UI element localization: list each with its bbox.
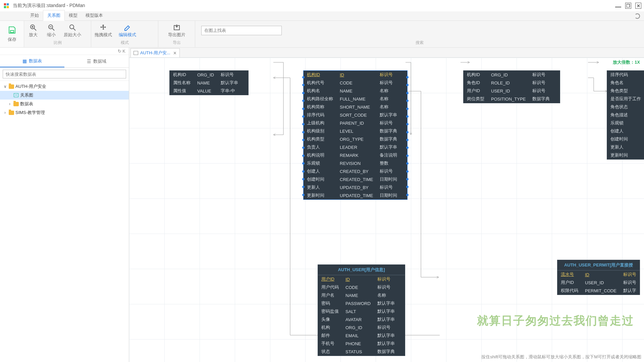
column-row[interactable]: 角色状态: [607, 103, 644, 111]
column-row[interactable]: 流水号ID标识号: [557, 270, 640, 279]
zoom-reset-button[interactable]: 原始大小: [60, 22, 85, 39]
connection-port[interactable]: [406, 115, 409, 118]
save-button[interactable]: 保存: [0, 21, 24, 47]
column-row[interactable]: 排序代码: [607, 71, 644, 79]
column-row[interactable]: 用户IDID标识号: [318, 275, 405, 283]
connection-port[interactable]: [302, 115, 305, 118]
zoom-out-button[interactable]: 缩小: [42, 22, 60, 39]
er-canvas[interactable]: 放大倍数：1X 机构IDORG_ID标识号属性名称NAME默认字串属性值VALU…: [129, 58, 644, 362]
column-row[interactable]: 创建时间: [607, 135, 644, 143]
refresh-icon[interactable]: [635, 13, 640, 19]
sidebar-tab-domain[interactable]: ☰数据域: [64, 55, 129, 67]
column-row[interactable]: 角色描述: [607, 111, 644, 119]
menu-start[interactable]: 开始: [26, 10, 43, 20]
column-row[interactable]: 状态STATUS数据字典: [318, 348, 405, 356]
connection-port[interactable]: [302, 131, 305, 133]
zoom-in-button[interactable]: 放大: [24, 22, 42, 39]
connection-port[interactable]: [406, 92, 409, 94]
entity-pos[interactable]: 机构IDORG_ID标识号角色IDROLE_ID标识号用户IDUSER_ID标识…: [464, 71, 560, 103]
column-row[interactable]: 机构级别LEVEL数据字典: [304, 127, 407, 135]
entity-permit[interactable]: AUTH_USER_PERMIT[用户直接授流水号ID标识号用户IDUSER_I…: [557, 260, 640, 295]
column-row[interactable]: 创建人: [607, 127, 644, 135]
column-row[interactable]: 机构ORG_ID标识号: [318, 323, 405, 331]
connection-port[interactable]: [406, 155, 409, 157]
column-row[interactable]: 机构IDORG_ID标识号: [464, 71, 560, 79]
tab-close-button[interactable]: ✕: [173, 51, 177, 56]
connection-port[interactable]: [302, 170, 305, 173]
window-maximize-button[interactable]: ❐: [625, 3, 631, 9]
column-row[interactable]: 机构代号CODE标识号: [304, 79, 407, 87]
column-row[interactable]: 岗位类型POSITION_TYPE数据字典: [464, 95, 560, 103]
column-row[interactable]: 属性名称NAME默认字串: [170, 79, 248, 87]
column-row[interactable]: 机构说明REMARK备注说明: [304, 151, 407, 159]
connection-port[interactable]: [302, 155, 305, 157]
column-row[interactable]: 用户代码CODE标识号: [318, 283, 405, 291]
column-row[interactable]: 创建时间CREATED_TIME日期时间: [304, 175, 407, 183]
column-row[interactable]: 权限代码PERMIT_CODE默认字: [557, 287, 640, 295]
editor-tab-auth[interactable]: AUTH-用户安...✕: [130, 48, 180, 57]
drag-mode-button[interactable]: 拖拽模式: [91, 22, 115, 39]
column-row[interactable]: 负责人LEADER默认字串: [304, 143, 407, 151]
column-row[interactable]: 机构路径全称FULL_NAME名称: [304, 95, 407, 103]
column-row[interactable]: 密码PASSWORD默认字串: [318, 299, 405, 307]
column-row[interactable]: 手机号PHONE默认字串: [318, 340, 405, 348]
connection-port[interactable]: [406, 131, 409, 133]
connection-port[interactable]: [406, 178, 409, 180]
entity-role[interactable]: 排序代码角色名角色类型是否应用于工作角色状态角色描述乐观锁创建人创建时间更新人更…: [607, 71, 644, 159]
canvas-search-input[interactable]: [201, 26, 282, 35]
column-row[interactable]: 乐观锁: [607, 119, 644, 127]
column-row[interactable]: 更新人: [607, 143, 644, 151]
entity-org[interactable]: 机构IDID标识号机构代号CODE标识号机构名NAME名称机构路径全称FULL_…: [304, 71, 407, 199]
column-row[interactable]: 角色名: [607, 79, 644, 87]
column-row[interactable]: 创建人CREATED_BY标识号: [304, 167, 407, 175]
column-row[interactable]: 机构IDID标识号: [304, 71, 407, 79]
column-row[interactable]: 属性值VALUE字串-中: [170, 87, 248, 95]
column-row[interactable]: 角色类型: [607, 87, 644, 95]
connection-port[interactable]: [302, 92, 305, 94]
column-row[interactable]: 角色IDROLE_ID标识号: [464, 79, 560, 87]
connection-port[interactable]: [302, 108, 305, 110]
connection-port[interactable]: [302, 76, 305, 78]
column-row[interactable]: 更新时间: [607, 151, 644, 159]
column-row[interactable]: 机构简称SHORT_NAME名称: [304, 103, 407, 111]
column-row[interactable]: 机构IDORG_ID标识号: [170, 71, 248, 79]
connection-port[interactable]: [406, 108, 409, 110]
column-row[interactable]: 用户IDUSER_ID标识号: [557, 279, 640, 287]
column-row[interactable]: 密码盐值SALT默认字串: [318, 307, 405, 315]
connection-port[interactable]: [302, 178, 305, 180]
window-close-button[interactable]: ✕: [635, 3, 641, 9]
tree-folder-sims[interactable]: ›SIMS-教学管理: [0, 108, 129, 117]
column-row[interactable]: 用户名NAME名称: [318, 291, 405, 299]
export-image-button[interactable]: 导出图片: [158, 22, 195, 39]
sidebar-tab-tables[interactable]: ▦数据表: [0, 55, 64, 67]
column-row[interactable]: 邮件EMAIL默认字串: [318, 331, 405, 340]
column-row[interactable]: 是否应用于工作: [607, 95, 644, 103]
menu-model[interactable]: 模型: [65, 10, 82, 20]
column-row[interactable]: 乐观锁REVISION整数: [304, 159, 407, 167]
tree-folder-auth[interactable]: ∨AUTH-用户安全: [0, 82, 129, 91]
column-row[interactable]: 机构名NAME名称: [304, 87, 407, 95]
entity-user[interactable]: AUTH_USER[用户信息]用户IDID标识号用户代码CODE标识号用户名NA…: [318, 265, 405, 356]
edit-mode-button[interactable]: 编辑模式: [115, 22, 140, 39]
connection-port[interactable]: [406, 76, 409, 78]
column-row[interactable]: 更新人UPDATED_BY标识号: [304, 183, 407, 191]
sidebar-refresh[interactable]: ↻ K: [0, 48, 129, 55]
menu-diagram[interactable]: 关系图: [43, 10, 65, 21]
column-row[interactable]: 用户IDUSER_ID标识号: [464, 87, 560, 95]
connection-port[interactable]: [302, 139, 305, 141]
menu-model-version[interactable]: 模型版本: [82, 10, 107, 20]
column-row[interactable]: 更新时间UPDATED_TIME日期时间: [304, 191, 407, 199]
connection-port[interactable]: [406, 170, 409, 173]
column-row[interactable]: 上级机构PARENT_ID标识号: [304, 119, 407, 127]
connection-port[interactable]: [406, 194, 409, 196]
entity-attr[interactable]: 机构IDORG_ID标识号属性名称NAME默认字串属性值VALUE字串-中: [170, 71, 248, 95]
column-row[interactable]: 机构类型ORG_TYPE数据字典: [304, 135, 407, 143]
column-row[interactable]: 头像AVATAR默认字串: [318, 315, 405, 323]
column-row[interactable]: 排序代码SORT_CODE默认字串: [304, 111, 407, 119]
tree-folder-auth-tables[interactable]: ›数据表: [0, 100, 129, 108]
quick-search-input[interactable]: [3, 70, 126, 78]
window-minimize-button[interactable]: [615, 4, 621, 7]
connection-port[interactable]: [406, 139, 409, 141]
connection-port[interactable]: [302, 194, 305, 196]
tree-diagram-auth[interactable]: 关系图: [0, 91, 129, 100]
